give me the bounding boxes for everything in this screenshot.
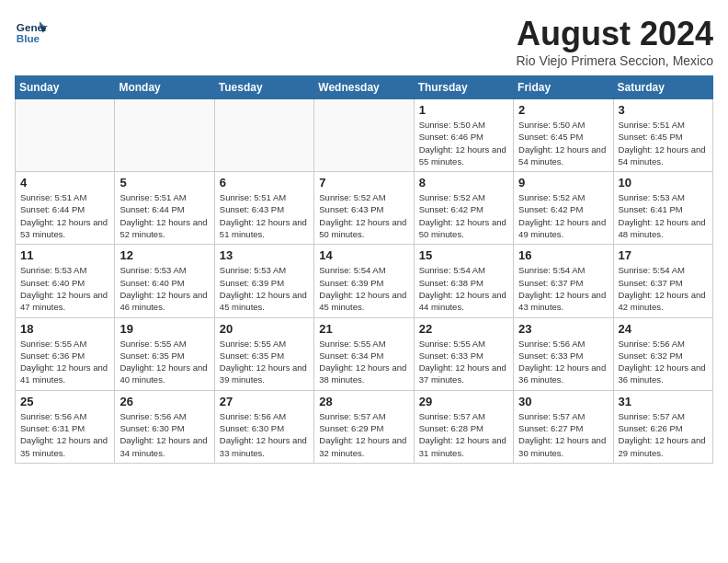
calendar-cell: 31Sunrise: 5:57 AM Sunset: 6:26 PM Dayli… bbox=[613, 390, 712, 463]
calendar-week-row: 11Sunrise: 5:53 AM Sunset: 6:40 PM Dayli… bbox=[16, 245, 713, 317]
day-info: Sunrise: 5:52 AM Sunset: 6:43 PM Dayligh… bbox=[319, 191, 408, 240]
day-info: Sunrise: 5:56 AM Sunset: 6:30 PM Dayligh… bbox=[220, 410, 309, 459]
calendar-cell: 9Sunrise: 5:52 AM Sunset: 6:42 PM Daylig… bbox=[514, 172, 613, 245]
day-info: Sunrise: 5:52 AM Sunset: 6:42 PM Dayligh… bbox=[518, 191, 608, 240]
calendar-cell: 24Sunrise: 5:56 AM Sunset: 6:32 PM Dayli… bbox=[613, 317, 712, 390]
day-info: Sunrise: 5:52 AM Sunset: 6:42 PM Dayligh… bbox=[419, 191, 508, 240]
day-number: 10 bbox=[619, 176, 708, 190]
day-number: 8 bbox=[419, 176, 508, 190]
day-number: 29 bbox=[419, 395, 508, 408]
calendar-cell: 8Sunrise: 5:52 AM Sunset: 6:42 PM Daylig… bbox=[414, 172, 513, 245]
calendar-cell: 4Sunrise: 5:51 AM Sunset: 6:44 PM Daylig… bbox=[16, 172, 115, 245]
day-number: 26 bbox=[119, 395, 209, 408]
calendar-cell: 3Sunrise: 5:51 AM Sunset: 6:45 PM Daylig… bbox=[613, 99, 712, 172]
day-number: 5 bbox=[119, 176, 209, 190]
day-info: Sunrise: 5:55 AM Sunset: 6:34 PM Dayligh… bbox=[319, 338, 408, 386]
calendar-week-row: 4Sunrise: 5:51 AM Sunset: 6:44 PM Daylig… bbox=[16, 172, 713, 245]
day-number: 18 bbox=[20, 322, 109, 336]
day-info: Sunrise: 5:53 AM Sunset: 6:41 PM Dayligh… bbox=[619, 191, 708, 240]
day-of-week-header: Tuesday bbox=[214, 76, 313, 99]
day-of-week-header: Saturday bbox=[613, 76, 712, 99]
calendar-header-row: SundayMondayTuesdayWednesdayThursdayFrid… bbox=[16, 76, 713, 99]
svg-text:Blue: Blue bbox=[17, 32, 40, 44]
day-info: Sunrise: 5:51 AM Sunset: 6:44 PM Dayligh… bbox=[20, 191, 109, 240]
day-number: 22 bbox=[419, 322, 508, 336]
day-number: 9 bbox=[518, 176, 608, 190]
calendar-cell: 19Sunrise: 5:55 AM Sunset: 6:35 PM Dayli… bbox=[115, 317, 214, 390]
day-number: 25 bbox=[20, 395, 109, 408]
day-number: 1 bbox=[419, 103, 508, 117]
calendar-cell: 1Sunrise: 5:50 AM Sunset: 6:46 PM Daylig… bbox=[414, 99, 513, 172]
day-number: 27 bbox=[220, 395, 309, 408]
calendar-cell: 28Sunrise: 5:57 AM Sunset: 6:29 PM Dayli… bbox=[314, 390, 414, 463]
day-number: 24 bbox=[619, 322, 708, 336]
day-number: 23 bbox=[518, 322, 608, 336]
day-info: Sunrise: 5:53 AM Sunset: 6:40 PM Dayligh… bbox=[20, 264, 109, 313]
day-number: 30 bbox=[518, 395, 608, 408]
day-info: Sunrise: 5:57 AM Sunset: 6:26 PM Dayligh… bbox=[619, 410, 708, 459]
calendar-cell bbox=[314, 99, 414, 172]
location: Rio Viejo Primera Seccion, Mexico bbox=[517, 53, 714, 68]
calendar-cell: 2Sunrise: 5:50 AM Sunset: 6:45 PM Daylig… bbox=[514, 99, 613, 172]
day-number: 21 bbox=[319, 322, 408, 336]
day-number: 6 bbox=[220, 176, 309, 190]
day-info: Sunrise: 5:57 AM Sunset: 6:29 PM Dayligh… bbox=[319, 410, 408, 459]
day-info: Sunrise: 5:53 AM Sunset: 6:40 PM Dayligh… bbox=[119, 264, 209, 313]
day-info: Sunrise: 5:56 AM Sunset: 6:30 PM Dayligh… bbox=[119, 410, 209, 459]
day-info: Sunrise: 5:56 AM Sunset: 6:33 PM Dayligh… bbox=[518, 338, 608, 386]
day-number: 15 bbox=[419, 248, 508, 262]
calendar-cell: 20Sunrise: 5:55 AM Sunset: 6:35 PM Dayli… bbox=[214, 317, 313, 390]
day-info: Sunrise: 5:55 AM Sunset: 6:35 PM Dayligh… bbox=[220, 338, 309, 386]
day-info: Sunrise: 5:55 AM Sunset: 6:35 PM Dayligh… bbox=[119, 338, 209, 386]
calendar-cell: 15Sunrise: 5:54 AM Sunset: 6:38 PM Dayli… bbox=[414, 245, 513, 317]
day-info: Sunrise: 5:57 AM Sunset: 6:28 PM Dayligh… bbox=[419, 410, 508, 459]
day-number: 31 bbox=[619, 395, 708, 408]
calendar-cell: 5Sunrise: 5:51 AM Sunset: 6:44 PM Daylig… bbox=[115, 172, 214, 245]
calendar-cell: 6Sunrise: 5:51 AM Sunset: 6:43 PM Daylig… bbox=[214, 172, 313, 245]
logo-icon: General Blue bbox=[15, 15, 48, 48]
day-of-week-header: Thursday bbox=[414, 76, 513, 99]
day-number: 4 bbox=[20, 176, 109, 190]
calendar-cell: 23Sunrise: 5:56 AM Sunset: 6:33 PM Dayli… bbox=[514, 317, 613, 390]
calendar-cell: 13Sunrise: 5:53 AM Sunset: 6:39 PM Dayli… bbox=[214, 245, 313, 317]
day-number: 12 bbox=[119, 248, 209, 262]
calendar-cell: 27Sunrise: 5:56 AM Sunset: 6:30 PM Dayli… bbox=[214, 390, 313, 463]
calendar-cell: 10Sunrise: 5:53 AM Sunset: 6:41 PM Dayli… bbox=[613, 172, 712, 245]
day-info: Sunrise: 5:51 AM Sunset: 6:43 PM Dayligh… bbox=[220, 191, 309, 240]
calendar-cell: 11Sunrise: 5:53 AM Sunset: 6:40 PM Dayli… bbox=[16, 245, 115, 317]
day-number: 19 bbox=[119, 322, 209, 336]
calendar-week-row: 25Sunrise: 5:56 AM Sunset: 6:31 PM Dayli… bbox=[16, 390, 713, 463]
calendar-cell bbox=[115, 99, 214, 172]
calendar-cell: 14Sunrise: 5:54 AM Sunset: 6:39 PM Dayli… bbox=[314, 245, 414, 317]
day-number: 17 bbox=[619, 248, 708, 262]
day-info: Sunrise: 5:54 AM Sunset: 6:39 PM Dayligh… bbox=[319, 264, 408, 313]
day-info: Sunrise: 5:51 AM Sunset: 6:44 PM Dayligh… bbox=[119, 191, 209, 240]
month-title: August 2024 bbox=[517, 15, 714, 53]
day-number: 14 bbox=[319, 248, 408, 262]
calendar-cell: 30Sunrise: 5:57 AM Sunset: 6:27 PM Dayli… bbox=[514, 390, 613, 463]
calendar-cell: 25Sunrise: 5:56 AM Sunset: 6:31 PM Dayli… bbox=[16, 390, 115, 463]
day-info: Sunrise: 5:50 AM Sunset: 6:45 PM Dayligh… bbox=[518, 119, 608, 167]
day-of-week-header: Wednesday bbox=[314, 76, 414, 99]
day-number: 3 bbox=[619, 103, 708, 117]
day-of-week-header: Friday bbox=[514, 76, 613, 99]
calendar-cell: 29Sunrise: 5:57 AM Sunset: 6:28 PM Dayli… bbox=[414, 390, 513, 463]
day-number: 2 bbox=[518, 103, 608, 117]
day-info: Sunrise: 5:54 AM Sunset: 6:37 PM Dayligh… bbox=[619, 264, 708, 313]
day-info: Sunrise: 5:53 AM Sunset: 6:39 PM Dayligh… bbox=[220, 264, 309, 313]
logo: General Blue bbox=[15, 15, 48, 48]
day-of-week-header: Sunday bbox=[16, 76, 115, 99]
day-number: 28 bbox=[319, 395, 408, 408]
page-header: General Blue August 2024 Rio Viejo Prime… bbox=[15, 15, 713, 68]
day-info: Sunrise: 5:54 AM Sunset: 6:38 PM Dayligh… bbox=[419, 264, 508, 313]
day-info: Sunrise: 5:55 AM Sunset: 6:36 PM Dayligh… bbox=[20, 338, 109, 386]
calendar-cell: 17Sunrise: 5:54 AM Sunset: 6:37 PM Dayli… bbox=[613, 245, 712, 317]
day-info: Sunrise: 5:50 AM Sunset: 6:46 PM Dayligh… bbox=[419, 119, 508, 167]
day-number: 20 bbox=[220, 322, 309, 336]
calendar-cell: 16Sunrise: 5:54 AM Sunset: 6:37 PM Dayli… bbox=[514, 245, 613, 317]
calendar-cell: 22Sunrise: 5:55 AM Sunset: 6:33 PM Dayli… bbox=[414, 317, 513, 390]
day-info: Sunrise: 5:57 AM Sunset: 6:27 PM Dayligh… bbox=[518, 410, 608, 459]
title-block: August 2024 Rio Viejo Primera Seccion, M… bbox=[517, 15, 714, 68]
calendar-cell: 21Sunrise: 5:55 AM Sunset: 6:34 PM Dayli… bbox=[314, 317, 414, 390]
day-info: Sunrise: 5:56 AM Sunset: 6:32 PM Dayligh… bbox=[619, 338, 708, 386]
